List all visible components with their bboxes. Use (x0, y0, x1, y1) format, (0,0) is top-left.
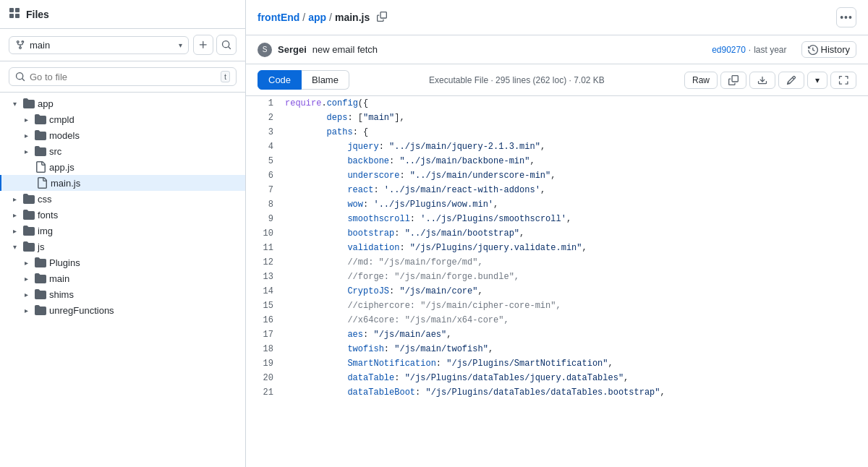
file-icon-mainjs (36, 177, 48, 189)
folder-icon-img (23, 225, 35, 236)
chevron-js (9, 241, 20, 252)
line-number: 13 (246, 270, 282, 284)
tree-item-cmpld[interactable]: cmpld (0, 111, 245, 127)
history-icon (808, 45, 818, 55)
table-row: 15 //ciphercore: "/js/main/cipher-core-m… (246, 299, 868, 313)
branch-name: main (30, 40, 50, 51)
table-row: 2 deps: ["main"], (246, 111, 868, 125)
line-code: CryptoJS: "/js/main/core", (282, 284, 868, 299)
table-row: 21 dataTableBoot: "/js/Plugins/dataTable… (246, 385, 868, 400)
tab-blame[interactable]: Blame (302, 70, 349, 90)
commit-time: last year (754, 45, 786, 55)
line-code: backbone: "../js/main/backbone-min", (282, 154, 868, 168)
add-file-button[interactable] (193, 35, 213, 55)
tab-code[interactable]: Code (258, 70, 302, 90)
file-tree: app cmpld models src (0, 93, 245, 467)
chevron-models (20, 129, 32, 141)
chevron-fonts (9, 209, 20, 220)
folder-icon-unregfunctions (35, 304, 46, 316)
tree-label-fonts: fonts (38, 210, 58, 220)
tree-item-app[interactable]: app (0, 95, 245, 111)
line-number: 11 (246, 241, 282, 255)
commit-meta: ed90270 · last year (712, 45, 786, 55)
copy-raw-button[interactable] (720, 72, 746, 89)
tree-label-shims: shims (49, 289, 74, 300)
chevron-cmpld (20, 113, 32, 125)
tree-item-js[interactable]: js (0, 239, 245, 254)
tree-label-css: css (38, 194, 52, 205)
tree-item-img[interactable]: img (0, 223, 245, 239)
commit-message: new email fetch (312, 44, 706, 55)
line-number: 6 (246, 168, 282, 183)
line-code: //ciphercore: "/js/main/cipher-core-min"… (282, 299, 868, 313)
raw-button[interactable]: Raw (684, 72, 718, 89)
tree-item-src[interactable]: src (0, 143, 245, 159)
line-number: 12 (246, 255, 282, 270)
line-number: 18 (246, 342, 282, 356)
tree-item-appjs[interactable]: app.js (0, 159, 245, 175)
line-number: 9 (246, 212, 282, 226)
tree-label-jsmain: main (49, 273, 69, 284)
chevron-down-icon: ▾ (815, 75, 820, 85)
tree-item-jsmain[interactable]: main (0, 270, 245, 286)
breadcrumb-bar: frontEnd / app / main.js ••• (246, 0, 868, 35)
search-input-wrap[interactable]: t (9, 67, 237, 86)
line-number: 21 (246, 385, 282, 400)
search-bar: t (0, 61, 245, 93)
svg-rect-2 (9, 14, 14, 18)
edit-button[interactable] (778, 72, 804, 89)
chevron-app (9, 98, 20, 109)
search-icon (15, 72, 25, 82)
table-row: 14 CryptoJS: "/js/main/core", (246, 284, 868, 299)
tree-label-js: js (38, 241, 44, 252)
line-code: require.config({ (282, 96, 868, 111)
tree-item-css[interactable]: css (0, 191, 245, 207)
file-info: Executable File · 295 lines (262 loc) · … (429, 75, 605, 85)
folder-icon-models (35, 129, 46, 141)
download-button[interactable] (749, 72, 775, 89)
line-number: 20 (246, 371, 282, 385)
table-row: 10 bootstrap: "../js/main/bootstrap", (246, 226, 868, 241)
tree-item-models[interactable]: models (0, 127, 245, 143)
line-code: dataTable: "/js/Plugins/dataTables/jquer… (282, 371, 868, 385)
table-row: 9 smoothscroll: '../js/Plugins/smoothscr… (246, 212, 868, 226)
tree-item-plugins[interactable]: Plugins (0, 254, 245, 270)
search-files-button[interactable] (216, 35, 237, 55)
table-row: 16 //x64core: "/js/main/x64-core", (246, 313, 868, 327)
folder-icon-plugins (35, 257, 46, 268)
line-number: 5 (246, 154, 282, 168)
expand-button[interactable] (830, 72, 856, 89)
files-grid-icon (9, 7, 20, 21)
copy-icon (728, 75, 739, 85)
svg-rect-0 (9, 8, 14, 12)
tree-label-models: models (49, 130, 80, 141)
copy-path-icon[interactable] (377, 12, 387, 24)
breadcrumb-frontend[interactable]: frontEnd (258, 12, 299, 23)
tree-item-unregfunctions[interactable]: unregFunctions (0, 302, 245, 318)
commit-bar: S Sergei new email fetch ed90270 · last … (246, 35, 868, 64)
tree-item-mainjs[interactable]: main.js (0, 175, 245, 191)
commit-hash[interactable]: ed90270 (712, 45, 746, 55)
table-row: 11 validation: "/js/Plugins/jquery.valid… (246, 241, 868, 255)
table-row: 6 underscore: "../js/main/underscore-min… (246, 168, 868, 183)
line-code: jquery: "../js/main/jquery-2.1.3.min", (282, 140, 868, 154)
chevron-plugins (20, 257, 32, 268)
table-row: 1require.config({ (246, 96, 868, 111)
table-row: 17 aes: "/js/main/aes", (246, 327, 868, 342)
breadcrumb-sep-1: / (302, 12, 305, 23)
tree-item-fonts[interactable]: fonts (0, 207, 245, 223)
history-button[interactable]: History (801, 41, 856, 58)
author-avatar: S (258, 43, 272, 57)
tree-item-shims[interactable]: shims (0, 286, 245, 302)
table-row: 12 //md: "/js/main/forge/md", (246, 255, 868, 270)
history-label: History (821, 44, 850, 55)
breadcrumb-app[interactable]: app (308, 12, 326, 23)
more-file-options-button[interactable]: ▾ (807, 72, 827, 89)
file-icon-appjs (35, 161, 46, 173)
more-options-button[interactable]: ••• (836, 7, 856, 27)
code-view: 1require.config({2 deps: ["main"],3 path… (246, 96, 868, 467)
search-input[interactable] (30, 72, 216, 82)
chevron-jsmain (20, 273, 32, 284)
tree-label-plugins: Plugins (49, 257, 80, 268)
branch-select-button[interactable]: main ▾ (9, 36, 189, 54)
